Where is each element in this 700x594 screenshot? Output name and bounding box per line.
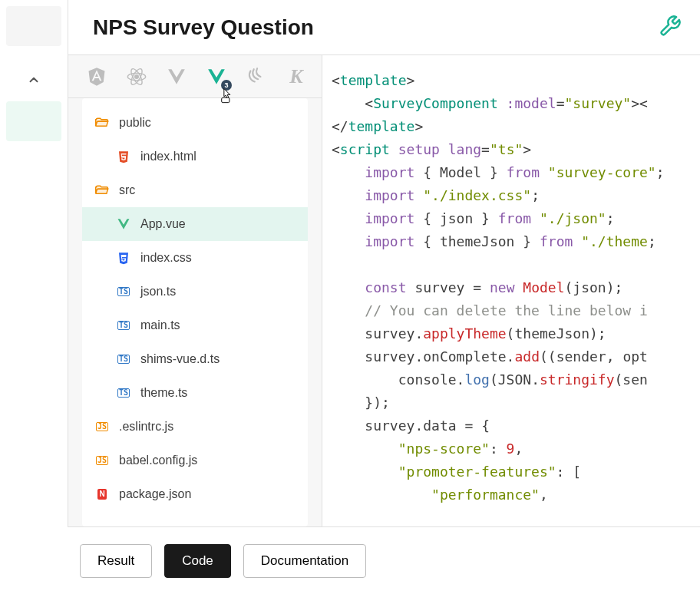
knockout-tab[interactable]: K	[285, 65, 308, 88]
ts-file-icon: TS	[116, 318, 131, 333]
file-name: babel.config.js	[119, 454, 197, 467]
file-item[interactable]: App.vue	[82, 207, 308, 241]
js-file-icon: JS	[94, 453, 110, 468]
file-name: App.vue	[140, 217, 186, 231]
svg-point-0	[135, 74, 139, 78]
settings-icon[interactable]	[659, 15, 682, 41]
react-tab[interactable]	[125, 65, 148, 88]
toc-item-placeholder[interactable]	[6, 101, 61, 141]
toc-button-placeholder[interactable]	[6, 6, 61, 46]
file-item[interactable]: JS.eslintrc.js	[82, 410, 308, 444]
file-name: shims-vue.d.ts	[140, 352, 220, 366]
file-item[interactable]: public	[82, 106, 308, 140]
folder-open-icon	[94, 183, 110, 198]
file-name: index.css	[140, 251, 192, 265]
file-name: json.ts	[140, 285, 176, 299]
css-file-icon	[116, 250, 131, 266]
file-item[interactable]: TSjson.ts	[82, 275, 308, 309]
documentation-tab-button[interactable]: Documentation	[243, 544, 366, 578]
js-file-icon: JS	[94, 419, 110, 434]
code-tab-button[interactable]: Code	[164, 544, 231, 578]
cursor-pointer-icon	[218, 87, 235, 108]
file-tree: publicindex.htmlsrcApp.vueindex.cssTSjso…	[82, 98, 308, 526]
angular-tab[interactable]	[85, 65, 108, 88]
file-name: .eslintrc.js	[119, 420, 173, 434]
file-name: package.json	[119, 487, 191, 501]
file-item[interactable]: index.html	[82, 140, 308, 173]
framework-tabs: 3 K	[68, 55, 322, 98]
file-item[interactable]: TStheme.ts	[82, 376, 308, 410]
result-tab-button[interactable]: Result	[80, 544, 152, 578]
page-title: NPS Survey Question	[93, 15, 314, 40]
file-name: public	[119, 116, 151, 130]
code-editor[interactable]: <template> <SurveyComponent :model="surv…	[322, 55, 700, 520]
folder-open-icon	[94, 115, 110, 130]
svg-rect-4	[222, 97, 229, 102]
ts-file-icon: TS	[116, 351, 131, 367]
file-name: theme.ts	[140, 386, 187, 400]
json-file-icon: N	[94, 487, 110, 502]
file-name: index.html	[140, 150, 196, 163]
file-name: main.ts	[140, 318, 180, 332]
ts-file-icon: TS	[116, 385, 131, 401]
file-item[interactable]: Npackage.json	[82, 477, 308, 511]
ts-file-icon: TS	[116, 284, 131, 299]
file-name: src	[119, 183, 135, 197]
vue3-tab[interactable]: 3	[205, 65, 228, 88]
html-file-icon	[116, 149, 131, 164]
jquery-tab[interactable]	[245, 65, 268, 88]
vue-file-icon	[116, 216, 131, 232]
collapse-chevron[interactable]	[0, 61, 68, 98]
file-item[interactable]: JSbabel.config.js	[82, 444, 308, 477]
file-item[interactable]: TSmain.ts	[82, 309, 308, 342]
file-item[interactable]: TSshims-vue.d.ts	[82, 342, 308, 376]
vue-tab[interactable]	[165, 65, 188, 88]
file-item[interactable]: src	[82, 173, 308, 207]
file-item[interactable]: index.css	[82, 241, 308, 275]
